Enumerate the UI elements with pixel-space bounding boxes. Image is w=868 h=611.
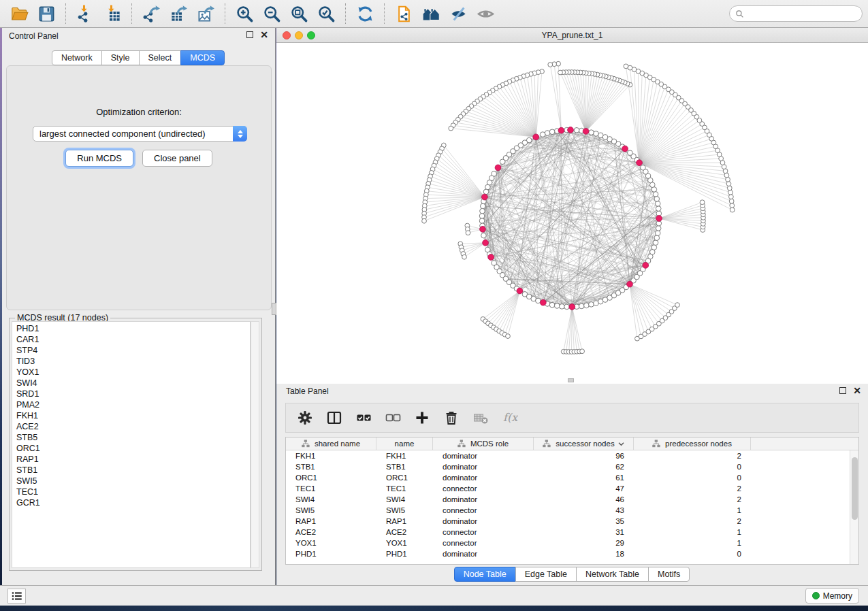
refresh-layout-icon[interactable] [351,2,379,25]
export-network-icon[interactable] [138,2,165,25]
table-toolbar: f(x) [285,403,859,433]
mcds-result-item[interactable]: ACE2 [16,421,250,432]
mcds-result-item[interactable]: STB1 [16,465,250,476]
memory-button[interactable]: Memory [805,588,859,604]
search-field[interactable] [744,7,862,20]
table-row[interactable]: TEC1TEC1connector472 [286,483,858,494]
task-history-button[interactable] [7,589,26,604]
deselect-all-icon[interactable] [381,406,405,430]
column-header-shared-name[interactable]: shared name [286,437,376,450]
table-scrollbar-thumb[interactable] [852,457,858,520]
table-row[interactable]: YOX1YOX1connector291 [286,538,858,548]
cell-predecessor-nodes: 0 [634,474,751,482]
share-document-icon[interactable] [390,2,417,25]
tab-network[interactable]: Network [52,50,102,65]
mcds-result-item[interactable]: CAR1 [16,334,250,345]
mcds-result-list[interactable]: PHD1CAR1STP4TID3YOX1SWI4SRD1PMA2FKH1ACE2… [12,321,251,568]
tab-style[interactable]: Style [101,50,140,65]
vertical-splitter-handle[interactable] [272,303,276,315]
tab-edge-table[interactable]: Edge Table [515,567,577,582]
window-minimize-icon[interactable] [295,31,303,39]
horizontal-splitter-handle[interactable] [568,378,574,382]
table-row[interactable]: STB1STB1dominator620 [286,461,858,472]
mcds-result-item[interactable]: SRD1 [16,389,250,399]
cell-name: ACE2 [376,528,433,536]
table-row[interactable]: FKH1FKH1dominator962 [286,450,858,461]
cell-shared-name: FKH1 [286,452,376,460]
column-header-name[interactable]: name [376,437,433,450]
close-panel-icon[interactable]: ✕ [260,31,268,38]
mcds-result-item[interactable]: GCR1 [16,497,250,508]
close-table-panel-icon[interactable]: ✕ [853,387,861,394]
save-session-icon[interactable] [33,2,60,25]
desktop-wallpaper-bottom [0,606,868,611]
zoom-selected-icon[interactable] [312,2,340,25]
cell-name: YOX1 [376,539,433,547]
optimization-criterion-label: Optimization criterion: [7,107,271,117]
column-header-predecessor-nodes[interactable]: predecessor nodes [634,437,751,450]
mcds-result-item[interactable]: PHD1 [16,323,250,334]
open-network-icon[interactable] [5,2,33,25]
export-image-icon[interactable] [192,2,219,25]
tab-motifs[interactable]: Motifs [648,567,690,582]
zoom-out-icon[interactable] [258,2,285,25]
import-network-icon[interactable] [71,2,99,25]
cell-shared-name: PHD1 [286,550,376,558]
table-row[interactable]: ACE2ACE2connector311 [286,527,858,538]
optimization-criterion-select[interactable]: largest connected component (undirected) [33,126,247,142]
network-window: YPA_prune.txt_1 [276,28,868,384]
network-canvas[interactable] [276,43,868,382]
cell-successor-nodes: 46 [534,495,634,503]
export-table-icon[interactable] [165,2,192,25]
table-row[interactable]: RAP1RAP1dominator352 [286,516,858,527]
mcds-result-item[interactable]: STP4 [16,345,250,356]
table-row[interactable]: PHD1PHD1dominator180 [286,548,858,559]
tab-node-table[interactable]: Node Table [454,567,516,582]
cell-shared-name: ORC1 [286,474,376,482]
mcds-list-scrollbar[interactable] [251,321,259,568]
mcds-result-item[interactable]: ORC1 [16,443,250,454]
column-layout-icon[interactable] [322,406,347,430]
import-table-icon[interactable] [99,2,126,25]
table-row[interactable]: SWI5SWI5connector431 [286,505,858,516]
add-column-icon[interactable] [410,406,434,430]
table-scrollbar[interactable] [850,450,858,564]
column-header-MCDS-role[interactable]: MCDS role [433,437,534,450]
mcds-result-item[interactable]: SWI5 [16,476,250,486]
gear-icon[interactable] [293,406,317,430]
cell-successor-nodes: 35 [534,517,634,525]
tab-mcds[interactable]: MCDS [180,50,225,65]
run-mcds-button[interactable]: Run MCDS [65,150,133,167]
control-panel: Control Panel ✕ NetworkStyleSelectMCDS O… [2,28,276,585]
float-table-panel-icon[interactable] [839,387,846,394]
zoom-in-icon[interactable] [231,2,258,25]
table-row[interactable]: SWI4SWI4dominator462 [286,494,858,505]
mcds-result-item[interactable]: STB5 [16,432,250,443]
table-panel-title: Table Panel [286,386,329,396]
cell-successor-nodes: 31 [534,528,634,536]
zoom-fit-icon[interactable] [285,2,312,25]
mcds-result-item[interactable]: FKH1 [16,410,250,421]
mcds-result-item[interactable]: RAP1 [16,454,250,465]
select-all-icon[interactable] [351,406,376,430]
column-header-successor-nodes[interactable]: successor nodes [534,437,634,450]
memory-status-icon [812,592,820,599]
mcds-result-item[interactable]: YOX1 [16,367,250,378]
home-icon[interactable] [417,2,445,25]
table-row[interactable]: ORC1ORC1dominator610 [286,472,858,483]
mcds-result-item[interactable]: TID3 [16,356,250,367]
cell-MCDS-role: dominator [433,517,534,525]
mcds-result-item[interactable]: TEC1 [16,486,250,497]
window-zoom-icon[interactable] [307,31,315,39]
float-panel-icon[interactable] [246,31,253,38]
cell-name: FKH1 [376,452,433,460]
mcds-result-item[interactable]: PMA2 [16,399,250,410]
hide-eye-icon[interactable] [445,2,472,25]
mcds-result-item[interactable]: SWI4 [16,378,250,389]
window-close-icon[interactable] [283,31,291,39]
close-panel-button[interactable]: Close panel [142,150,212,167]
tab-network-table[interactable]: Network Table [576,567,649,582]
tab-select[interactable]: Select [139,50,182,65]
search-input[interactable] [729,5,863,22]
delete-icon[interactable] [439,406,464,430]
